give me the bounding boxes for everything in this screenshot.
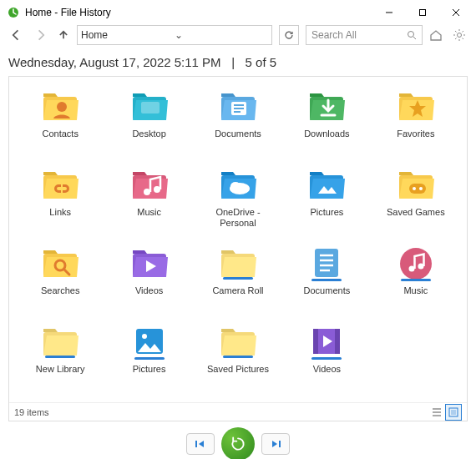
- folder-videos-icon: [128, 244, 171, 284]
- library-pictures-icon: [128, 322, 171, 362]
- item-label: New Library: [36, 364, 85, 375]
- folder-item[interactable]: Documents: [194, 83, 282, 160]
- folder-item[interactable]: Contacts: [16, 83, 104, 160]
- content-pane: ContactsDesktopDocumentsDownloadsFavorit…: [8, 76, 468, 421]
- next-version-button[interactable]: [261, 433, 290, 455]
- item-label: Pictures: [133, 364, 166, 375]
- folder-pictures-icon: [305, 165, 348, 205]
- up-button[interactable]: [53, 25, 73, 45]
- details-view-button[interactable]: [428, 404, 445, 421]
- item-label: Videos: [313, 364, 341, 375]
- folder-item[interactable]: Music: [372, 240, 460, 317]
- close-button[interactable]: [439, 0, 473, 25]
- folder-item[interactable]: OneDrive - Personal: [194, 162, 282, 239]
- library-videos-icon: [305, 322, 348, 362]
- folder-item[interactable]: Saved Pictures: [194, 319, 282, 396]
- item-label: Music: [403, 285, 428, 296]
- svg-rect-11: [141, 102, 160, 113]
- icons-view-button[interactable]: [445, 404, 462, 421]
- search-input[interactable]: Search All: [306, 25, 423, 45]
- svg-rect-52: [134, 357, 165, 360]
- svg-rect-56: [313, 329, 318, 354]
- snapshot-header: Wednesday, August 17, 2022 5:11 PM | 5 o…: [8, 52, 468, 76]
- item-label: Searches: [41, 285, 79, 296]
- item-label: Videos: [135, 285, 163, 296]
- maximize-button[interactable]: [406, 0, 439, 25]
- settings-button[interactable]: [449, 25, 469, 45]
- status-bar: 19 items: [9, 402, 467, 421]
- item-label: Desktop: [132, 129, 165, 139]
- folder-item[interactable]: Desktop: [104, 83, 193, 160]
- navigation-toolbar: Home ⌄ Search All: [0, 25, 476, 45]
- items-grid: ContactsDesktopDocumentsDownloadsFavorit…: [9, 77, 467, 402]
- item-label: Saved Pictures: [207, 364, 269, 375]
- svg-rect-58: [311, 357, 342, 360]
- svg-point-7: [458, 33, 462, 38]
- folder-savedgames-icon: [394, 165, 438, 205]
- search-placeholder: Search All: [311, 29, 407, 41]
- library-generic-icon: [216, 322, 260, 362]
- svg-rect-49: [45, 356, 75, 358]
- svg-rect-29: [409, 184, 426, 194]
- snapshot-page-indicator: 5 of 5: [246, 55, 277, 69]
- window-titlebar: Home - File History: [0, 0, 476, 25]
- forward-button[interactable]: [30, 25, 50, 45]
- restore-button[interactable]: [221, 427, 255, 459]
- address-text: Home: [81, 29, 175, 41]
- svg-rect-57: [335, 329, 340, 354]
- folder-onedrive-icon: [216, 165, 260, 205]
- library-generic-icon: [38, 322, 82, 362]
- svg-rect-43: [311, 279, 342, 281]
- svg-point-44: [400, 248, 432, 280]
- folder-item[interactable]: Documents: [282, 240, 371, 317]
- folder-music-icon: [128, 165, 171, 205]
- folder-item[interactable]: Favorites: [372, 83, 460, 160]
- previous-version-button[interactable]: [186, 433, 215, 455]
- item-label: Contacts: [42, 129, 78, 139]
- folder-favorites-icon: [394, 87, 438, 127]
- home-button[interactable]: [426, 25, 446, 45]
- address-bar[interactable]: Home ⌄: [77, 25, 272, 45]
- svg-point-30: [413, 187, 416, 190]
- folder-item[interactable]: Videos: [282, 319, 371, 396]
- folder-documents-icon: [216, 87, 260, 127]
- folder-item[interactable]: Pictures: [282, 162, 371, 239]
- refresh-button[interactable]: [279, 25, 299, 45]
- chevron-down-icon[interactable]: ⌄: [175, 29, 268, 41]
- folder-item[interactable]: Videos: [104, 240, 193, 317]
- folder-item[interactable]: Links: [16, 162, 104, 239]
- folder-item[interactable]: Saved Games: [372, 162, 460, 239]
- item-label: OneDrive - Personal: [205, 207, 271, 228]
- item-label: Pictures: [311, 207, 344, 218]
- item-label: Camera Roll: [212, 285, 263, 296]
- svg-line-6: [413, 37, 416, 39]
- svg-point-31: [419, 187, 423, 190]
- back-button[interactable]: [7, 25, 27, 45]
- folder-item[interactable]: Pictures: [104, 319, 193, 396]
- svg-point-9: [57, 102, 67, 112]
- svg-point-26: [230, 182, 241, 190]
- folder-downloads-icon: [305, 87, 348, 127]
- folder-item[interactable]: Searches: [16, 240, 104, 317]
- folder-item[interactable]: New Library: [16, 319, 104, 396]
- folder-desktop-icon: [128, 87, 171, 127]
- svg-rect-47: [401, 279, 431, 281]
- app-icon: [7, 6, 20, 19]
- folder-item[interactable]: Downloads: [282, 83, 371, 160]
- folder-item[interactable]: Camera Roll: [194, 240, 282, 317]
- item-label: Documents: [304, 285, 351, 296]
- item-label: Documents: [215, 129, 261, 139]
- item-count: 19 items: [14, 407, 428, 417]
- item-label: Saved Games: [387, 207, 445, 218]
- svg-rect-64: [195, 441, 197, 447]
- folder-item[interactable]: Music: [104, 162, 193, 239]
- playback-controls: [8, 421, 468, 459]
- svg-rect-37: [223, 277, 253, 280]
- folder-searches-icon: [38, 244, 82, 284]
- library-documents-icon: [305, 244, 348, 284]
- svg-rect-65: [279, 441, 281, 447]
- svg-rect-38: [315, 249, 338, 277]
- folder-links-icon: [38, 165, 82, 205]
- item-label: Links: [49, 207, 71, 218]
- minimize-button[interactable]: [372, 0, 406, 25]
